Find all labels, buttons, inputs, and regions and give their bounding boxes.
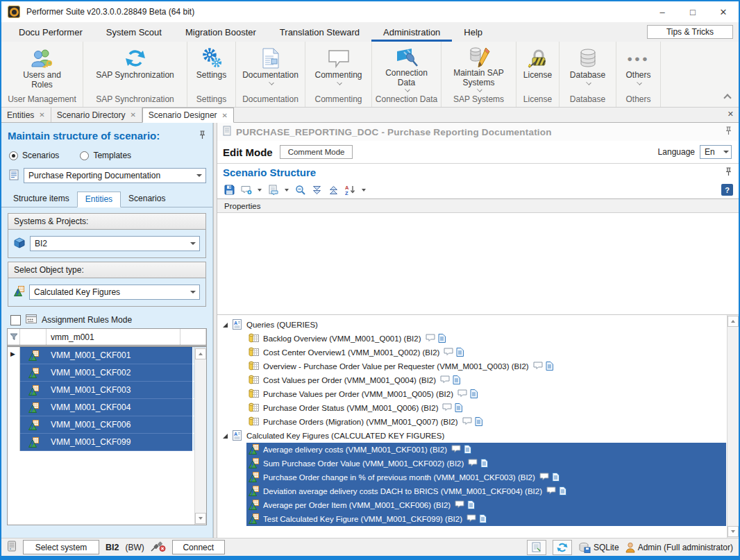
entity-row[interactable]: VMM_M001_CKF099 (8, 434, 206, 451)
comment-mode-button[interactable]: Comment Mode (280, 145, 353, 159)
expander-icon[interactable] (223, 434, 228, 439)
tree-item-ckf-selected[interactable]: Deviation average delivery costs DACH to… (246, 484, 726, 498)
entity-row[interactable]: VMM_M001_CKF006 (8, 416, 206, 434)
assignment-rules-checkbox[interactable] (10, 315, 21, 325)
tree-item-query[interactable]: Purchase Values per Order (VMM_M001_Q005… (217, 387, 726, 401)
entity-row[interactable]: VMM_M001_CKF004 (8, 399, 206, 416)
tree-item-query[interactable]: Purchase Order Status (VMM_M001_Q006) (B… (217, 401, 726, 415)
ribbon-settings[interactable]: Settings Settings (187, 42, 236, 107)
language-combobox[interactable]: En (700, 145, 732, 159)
tab-close-icon[interactable]: ✕ (39, 111, 44, 119)
tab-close-icon[interactable]: ✕ (222, 112, 228, 119)
tree-item-query[interactable]: Purchase Orders (Migration) (VMM_M001_Q0… (217, 415, 726, 429)
document-icon[interactable] (467, 500, 475, 511)
tree-item-query[interactable]: Cost Center Overview1 (VMM_M001_Q002) (B… (217, 346, 726, 359)
tabbar-close-icon[interactable]: ✕ (728, 110, 734, 119)
properties-bar[interactable]: Properties (217, 199, 739, 213)
report-button[interactable] (527, 540, 546, 555)
tree-item-query[interactable]: Overview - Purchase Order Value per Requ… (217, 359, 726, 373)
scroll-up-button[interactable] (728, 316, 739, 327)
filter-cell[interactable] (47, 329, 180, 345)
comment-bubble-icon[interactable] (426, 334, 435, 343)
comment-bubble-icon[interactable] (442, 403, 452, 413)
tree-item-ckf-selected[interactable]: Sum Purchase Order Value (VMM_M001_CKF00… (246, 457, 726, 470)
scroll-up-button[interactable] (195, 348, 206, 359)
comment-bubble-icon[interactable] (451, 445, 461, 455)
ribbon-license[interactable]: License License (516, 42, 560, 107)
document-icon[interactable] (456, 348, 464, 358)
ribbon-commenting[interactable]: Commenting Commenting (305, 42, 372, 107)
scroll-down-button[interactable] (728, 526, 739, 537)
expander-icon[interactable] (223, 323, 228, 328)
sort-az-button[interactable]: AZ (344, 184, 357, 196)
sync-button[interactable] (553, 540, 572, 555)
help-button[interactable]: ? (721, 184, 733, 196)
tips-tricks-button[interactable]: Tips & Tricks (647, 25, 733, 39)
ribbon-collapse-icon[interactable] (723, 94, 731, 101)
tree-item-ckf-selected[interactable]: Test Calculated Key Figure (VMM_M001_CKF… (246, 512, 726, 526)
document-icon[interactable] (453, 375, 460, 386)
close-button[interactable]: ✕ (708, 1, 739, 22)
tab-scenario-designer[interactable]: Scenario Designer ✕ (142, 108, 234, 123)
menu-docu-performer[interactable]: Docu Performer (7, 22, 94, 42)
tree-node-calculated-key-figures[interactable]: A Calculated Key Figures (CALCULATED KEY… (217, 429, 726, 443)
tree-scrollbar[interactable] (727, 315, 739, 538)
expand-all-icon[interactable] (310, 184, 323, 196)
document-icon[interactable] (470, 389, 478, 400)
comment-bubble-icon[interactable] (539, 473, 549, 482)
maximize-button[interactable]: □ (678, 1, 708, 22)
document-icon[interactable] (479, 514, 487, 525)
scenario-combobox[interactable]: Purchase Reporting Documentation (24, 168, 206, 183)
entity-row[interactable]: VMM_M001_CKF002 (8, 364, 206, 382)
scroll-down-button[interactable] (195, 513, 206, 524)
menu-help[interactable]: Help (452, 22, 494, 42)
object-type-combobox[interactable]: Calculated Key Figures (29, 285, 200, 300)
radio-scenarios[interactable]: Scenarios (9, 151, 59, 160)
entity-row[interactable]: VMM_M001_CKF001 (8, 347, 206, 364)
document-comment-button[interactable] (267, 184, 280, 196)
pin-icon[interactable] (725, 167, 732, 178)
tab-scenarios-panel[interactable]: Scenarios (121, 192, 173, 207)
comment-bubble-icon[interactable] (457, 389, 467, 399)
ribbon-users-and-roles[interactable]: Users and Roles User Management (1, 42, 83, 107)
dropdown-arrow-icon[interactable] (285, 189, 289, 192)
filter-icon[interactable] (8, 329, 20, 345)
menu-system-scout[interactable]: System Scout (94, 22, 174, 42)
save-button[interactable] (223, 184, 236, 196)
comment-bubble-icon[interactable] (468, 459, 478, 468)
dropdown-arrow-icon[interactable] (258, 189, 262, 192)
comment-bubble-icon[interactable] (466, 514, 476, 524)
database-status[interactable]: SQLite (578, 542, 619, 553)
tree-item-query[interactable]: Backlog Overview (VMM_M001_Q001) (BI2) (217, 332, 726, 346)
document-icon[interactable] (464, 445, 471, 455)
pin-icon[interactable] (725, 126, 732, 137)
entity-row[interactable]: VMM_M001_CKF003 (8, 382, 206, 399)
filter-input[interactable] (47, 332, 180, 342)
document-icon[interactable] (480, 459, 488, 469)
user-status[interactable]: Admin (Full administrator) (625, 542, 733, 553)
document-icon[interactable] (552, 473, 560, 483)
ribbon-sap-synchronization[interactable]: SAP Synchronization SAP Synchronization (83, 42, 187, 107)
tab-scenario-directory[interactable]: Scenario Directory ✕ (51, 108, 142, 122)
ribbon-connection-data[interactable]: Connection Data Connection Data (372, 42, 442, 107)
comment-bubble-icon[interactable] (462, 417, 472, 427)
document-icon[interactable] (475, 417, 482, 427)
tree-item-query[interactable]: Cost Values per Order (VMM_M001_Q004) (B… (217, 373, 726, 387)
tree-node-queries[interactable]: A Queries (QUERIES) (217, 318, 726, 332)
ribbon-database[interactable]: Database Database (560, 42, 616, 107)
document-icon[interactable] (546, 362, 553, 372)
comment-bubble-icon[interactable] (455, 500, 464, 510)
document-icon[interactable] (559, 486, 566, 497)
radio-templates[interactable]: Templates (80, 151, 131, 160)
tree-item-ckf-selected[interactable]: Average per Order Item (VMM_M001_CKF006)… (246, 498, 726, 512)
tab-structure-items[interactable]: Structure items (6, 192, 77, 207)
entity-list-scrollbar[interactable] (194, 348, 206, 525)
comment-bubble-icon[interactable] (533, 362, 543, 371)
tree-item-ckf-selected[interactable]: Average delivery costs (VMM_M001_CKF001)… (246, 443, 726, 457)
add-comment-button[interactable] (239, 184, 253, 196)
document-icon[interactable] (455, 403, 462, 414)
document-icon[interactable] (438, 334, 446, 344)
tree-item-ckf-selected[interactable]: Purchase Order change in % of previous m… (246, 470, 726, 484)
system-combobox[interactable]: BI2 (30, 236, 200, 251)
menu-translation-steward[interactable]: Translation Steward (268, 22, 371, 42)
